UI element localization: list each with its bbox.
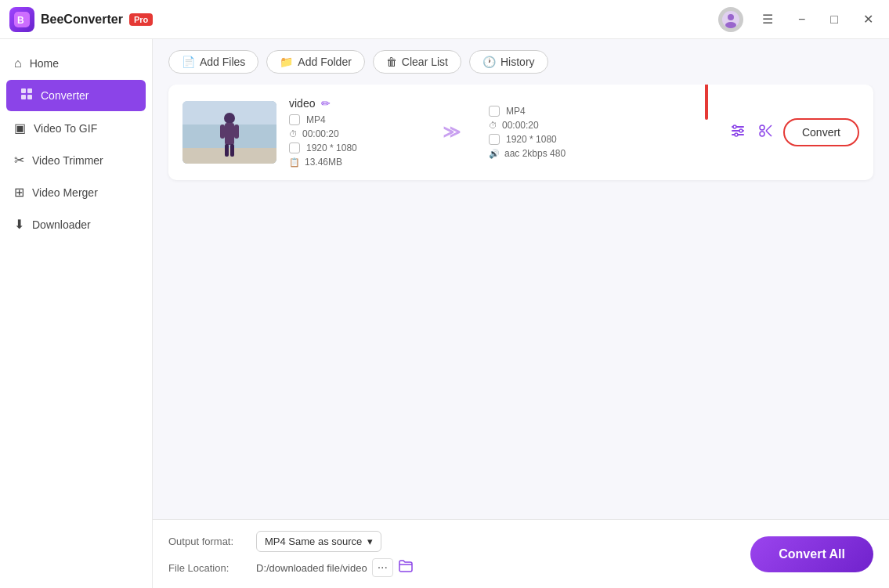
clear-list-button[interactable]: 🗑 Clear List xyxy=(373,50,461,74)
sidebar-item-home[interactable]: ⌂ Home xyxy=(0,49,152,78)
source-meta: MP4 ⏱ 00:00:20 1920 * 1080 📋 13.46MB xyxy=(289,114,414,168)
svg-point-4 xyxy=(725,22,736,28)
sidebar-label-downloader: Downloader xyxy=(32,218,91,231)
convert-button[interactable]: Convert xyxy=(783,118,859,146)
bottom-bar: Output format: MP4 Same as source ▾ File… xyxy=(153,519,889,588)
sidebar-item-video-to-gif[interactable]: ▣ Video To GIF xyxy=(0,113,152,143)
history-button[interactable]: 🕐 History xyxy=(469,50,548,74)
svg-rect-7 xyxy=(21,95,26,99)
file-location-label: File Location: xyxy=(168,562,247,574)
cut-icon-button[interactable] xyxy=(755,120,777,146)
file-location-row: File Location: D:/downloaded file/video … xyxy=(168,558,414,577)
file-name: video xyxy=(289,97,315,110)
output-resolution: 1920 * 1080 xyxy=(506,134,557,145)
size-icon: 📋 xyxy=(289,157,300,168)
close-button[interactable]: ✕ xyxy=(857,9,880,30)
add-files-button[interactable]: 📄 Add Files xyxy=(168,50,258,74)
add-folder-label: Add Folder xyxy=(298,56,351,68)
minimize-button[interactable]: − xyxy=(792,9,811,30)
audio-icon: 🔊 xyxy=(489,149,500,159)
maximize-button[interactable]: □ xyxy=(824,9,844,30)
svg-rect-15 xyxy=(234,124,239,139)
output-format-label: Output format: xyxy=(168,536,247,547)
more-options-button[interactable]: ··· xyxy=(372,558,393,577)
open-folder-button[interactable] xyxy=(398,559,414,576)
output-audio-row: 🔊 aac 2kbps 480 xyxy=(489,148,645,159)
sidebar-item-video-trimmer[interactable]: ✂ Video Trimmer xyxy=(0,145,152,175)
toolbar: 📄 Add Files 📁 Add Folder 🗑 Clear List 🕐 … xyxy=(153,39,889,85)
menu-button[interactable]: ☰ xyxy=(756,9,779,30)
history-icon: 🕐 xyxy=(482,56,496,68)
downloader-icon: ⬇ xyxy=(14,217,24,232)
source-resolution-row: 1920 * 1080 xyxy=(289,142,414,153)
file-thumbnail xyxy=(182,101,276,164)
svg-line-25 xyxy=(766,131,772,136)
file-list-area: video ✏ MP4 ⏱ 00:00:20 xyxy=(153,85,889,519)
main-layout: ⌂ Home Converter ▣ Video To GIF ✂ Video … xyxy=(0,39,889,588)
sidebar-item-video-merger[interactable]: ⊞ Video Merger xyxy=(0,177,152,207)
settings-icon xyxy=(730,123,746,139)
source-format: MP4 xyxy=(306,114,326,125)
svg-rect-13 xyxy=(225,123,234,145)
scissors-icon xyxy=(758,123,774,139)
source-size-row: 📋 13.46MB xyxy=(289,157,414,168)
convert-label: Convert xyxy=(802,126,840,139)
svg-point-22 xyxy=(739,129,743,132)
clock-icon: ⏱ xyxy=(289,129,298,139)
source-duration-row: ⏱ 00:00:20 xyxy=(289,128,414,139)
sidebar-label-converter: Converter xyxy=(41,89,89,102)
home-icon: ⌂ xyxy=(14,56,22,70)
output-audio: aac 2kbps 480 xyxy=(504,148,566,159)
svg-point-21 xyxy=(733,125,736,128)
double-arrow-icon: ≫ xyxy=(443,122,461,142)
file-location-value: D:/downloaded file/video xyxy=(256,562,367,574)
clear-list-label: Clear List xyxy=(402,56,448,68)
svg-rect-14 xyxy=(220,124,225,139)
svg-rect-5 xyxy=(21,88,26,93)
title-bar: B BeeConverter Pro ☰ − □ ✕ xyxy=(0,0,889,39)
file-name-row: video ✏ xyxy=(289,97,414,110)
sidebar-label-trimmer: Video Trimmer xyxy=(32,154,103,167)
settings-icon-button[interactable] xyxy=(727,120,749,146)
app-title: BeeConverter xyxy=(41,13,123,27)
out-format-checkbox xyxy=(489,106,500,117)
gif-icon: ▣ xyxy=(14,121,26,135)
svg-rect-8 xyxy=(27,95,32,99)
convert-all-label: Convert All xyxy=(779,547,845,561)
convert-all-button[interactable]: Convert All xyxy=(750,536,873,572)
thumb-inner xyxy=(182,101,276,164)
svg-text:B: B xyxy=(17,15,24,26)
edit-icon[interactable]: ✏ xyxy=(321,97,331,110)
title-bar-right: ☰ − □ ✕ xyxy=(718,7,880,32)
sidebar-item-downloader[interactable]: ⬇ Downloader xyxy=(0,209,152,240)
add-folder-button[interactable]: 📁 Add Folder xyxy=(266,50,364,74)
app-logo: B xyxy=(9,7,34,32)
svg-point-23 xyxy=(735,133,738,136)
file-card: video ✏ MP4 ⏱ 00:00:20 xyxy=(168,85,873,180)
chevron-down-icon: ▾ xyxy=(367,536,373,547)
sidebar-label-gif: Video To GIF xyxy=(34,122,97,135)
content-area: 📄 Add Files 📁 Add Folder 🗑 Clear List 🕐 … xyxy=(153,39,889,588)
title-bar-left: B BeeConverter Pro xyxy=(9,7,153,32)
output-format-row: MP4 xyxy=(489,106,645,117)
merger-icon: ⊞ xyxy=(14,185,24,200)
svg-point-3 xyxy=(728,14,734,20)
out-res-checkbox xyxy=(489,134,500,145)
thumbnail-image xyxy=(182,101,276,164)
location-row: D:/downloaded file/video ··· xyxy=(256,558,414,577)
svg-rect-11 xyxy=(182,148,276,164)
output-format-row: Output format: MP4 Same as source ▾ xyxy=(168,531,414,552)
profile-icon[interactable] xyxy=(718,7,743,32)
bottom-left: Output format: MP4 Same as source ▾ File… xyxy=(168,531,414,577)
svg-rect-17 xyxy=(230,144,234,157)
add-files-icon: 📄 xyxy=(182,56,195,68)
svg-rect-6 xyxy=(27,88,32,93)
sidebar-label-merger: Video Merger xyxy=(32,186,98,199)
format-select[interactable]: MP4 Same as source ▾ xyxy=(256,531,381,552)
sidebar-label-home: Home xyxy=(30,57,59,70)
output-meta: MP4 ⏱ 00:00:20 1920 * 1080 🔊 aac 2kb xyxy=(489,106,645,159)
trash-icon: 🗑 xyxy=(386,56,397,68)
sidebar-item-converter[interactable]: Converter xyxy=(6,80,146,111)
output-duration-row: ⏱ 00:00:20 xyxy=(489,120,645,131)
svg-rect-16 xyxy=(225,144,229,157)
